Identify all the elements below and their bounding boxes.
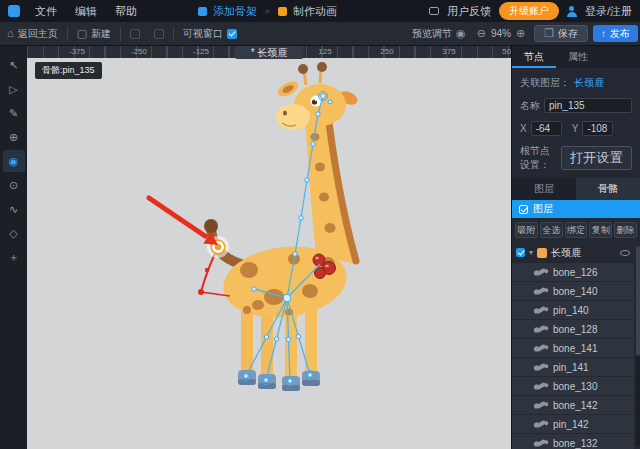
bone-label: bone_130 [553,381,598,392]
bone-label: bone_141 [553,343,598,354]
tree-item[interactable]: bone_128 [512,320,634,338]
redo-icon [154,29,164,39]
menubar: 文件 编辑 帮助 添加骨架 ＞ 制作动画 用户反馈 升级账户 登录/注册 [0,0,640,22]
visible-window-label: 可视窗口 [183,27,223,41]
layer-checkbox-icon[interactable] [519,205,528,214]
tree-item[interactable]: bone_141 [512,339,634,357]
tree-item[interactable]: bone_132 [512,434,634,449]
selected-layer-bar[interactable]: 图层 [512,200,640,218]
feedback-icon [429,7,439,15]
scrollbar[interactable] [636,246,640,446]
tree-item[interactable]: bone_126 [512,263,634,281]
visible-window-checkbox[interactable] [227,29,237,39]
zoom-value: 94% [491,28,511,39]
name-label: 名称 [520,99,540,113]
layer-panel-tabs: 图层 骨骼 [512,178,640,200]
pin-tool[interactable]: ⊙ [3,174,25,196]
scrollbar-thumb[interactable] [636,246,640,356]
tree-root-item[interactable]: ▾ 长颈鹿 [512,243,634,262]
bone-label: pin_141 [553,362,589,373]
tab-layers[interactable]: 图层 [512,178,576,200]
linked-layer-label: 关联图层： [520,76,570,90]
workflow-steps: 添加骨架 ＞ 制作动画 [198,0,337,22]
visibility-eye-icon[interactable] [620,250,630,256]
upgrade-account-button[interactable]: 升级账户 [499,2,559,20]
bone-actions: 吸附 全选 绑定 复制 删除 [512,218,640,242]
canvas-area[interactable]: -375 -250 -125 0 125 250 375 500 * 长颈鹿 骨… [27,46,511,449]
redo-button[interactable] [147,22,171,45]
step-add-skeleton[interactable]: 添加骨架 [213,4,257,19]
publish-label: 发布 [610,27,630,41]
undo-button[interactable] [123,22,147,45]
curve-tool[interactable]: ∿ [3,198,25,220]
step-separator: ＞ [263,5,272,18]
tree-item[interactable]: bone_130 [512,377,634,395]
ruler-label: 125 [318,47,331,56]
mesh-tool[interactable]: ◇ [3,222,25,244]
tab-node[interactable]: 节点 [512,46,556,68]
bone-icon [536,363,547,371]
publish-button[interactable]: ↑ 发布 [593,25,638,42]
zoom-out-button[interactable]: ⊖ [477,28,486,39]
bone-icon [536,268,547,276]
zoom-control: ⊖ 94% ⊕ [473,28,529,39]
menu-edit[interactable]: 编辑 [66,4,106,19]
save-label: 保存 [558,27,578,41]
skeleton-step-icon [198,7,207,16]
root-node-label: 根节点设置： [520,144,557,172]
tree-item[interactable]: bone_142 [512,396,634,414]
step-make-animation[interactable]: 制作动画 [293,4,337,19]
toolbar: ⌂ 返回主页 ▢ 新建 可视窗口 预览调节 ◉ ⊖ 94% ⊕ ❒ 保存 ↑ 发… [0,22,640,46]
delete-button[interactable]: 删除 [614,222,637,238]
bone-icon [536,325,547,333]
move-tool[interactable]: ＋ [3,246,25,268]
giraffe-illustration[interactable] [204,62,360,391]
document-tab[interactable]: * 长颈鹿 [235,46,304,59]
tab-properties[interactable]: 属性 [556,46,600,68]
menu-help[interactable]: 帮助 [106,4,146,19]
new-label: 新建 [91,27,111,41]
visible-window-toggle[interactable]: 可视窗口 [176,22,244,45]
save-button[interactable]: ❒ 保存 [534,25,588,42]
y-input[interactable]: -108 [582,121,613,136]
root-checkbox[interactable] [516,248,525,257]
bone-label: bone_140 [553,286,598,297]
preview-adjust-button[interactable]: 预览调节 ◉ [405,22,473,45]
tree-item[interactable]: bone_140 [512,282,634,300]
ruler-label: -125 [193,47,209,56]
new-button[interactable]: ▢ 新建 [70,22,118,45]
tree-item[interactable]: pin_140 [512,301,634,319]
root-item-label: 长颈鹿 [551,246,581,260]
tree-item[interactable]: pin_142 [512,415,634,433]
zoom-in-button[interactable]: ⊕ [516,28,525,39]
caret-down-icon[interactable]: ▾ [529,248,533,257]
bone-icon [536,306,547,314]
home-label: 返回主页 [18,27,58,41]
snap-button[interactable]: 吸附 [515,222,538,238]
select-tool[interactable]: ↖ [3,54,25,76]
tab-bones[interactable]: 骨骼 [576,178,640,200]
direct-select-tool[interactable]: ▷ [3,78,25,100]
home-button[interactable]: ⌂ 返回主页 [0,22,65,45]
new-document-icon: ▢ [77,28,87,39]
bind-button[interactable]: 绑定 [565,222,588,238]
tree-item[interactable]: pin_141 [512,358,634,376]
select-all-button[interactable]: 全选 [540,222,563,238]
ruler-label: 375 [442,47,455,56]
stage-artwork[interactable] [27,58,511,449]
bone-icon [536,439,547,447]
menu-file[interactable]: 文件 [26,4,66,19]
pen-tool[interactable]: ✎ [3,102,25,124]
x-input[interactable]: -64 [531,121,562,136]
open-settings-button[interactable]: 打开设置 [561,146,632,170]
preview-adjust-label: 预览调节 [412,27,452,41]
bone-label: pin_140 [553,305,589,316]
name-input[interactable]: pin_135 [544,98,632,113]
copy-button[interactable]: 复制 [589,222,612,238]
bone-tool[interactable]: ◉ [3,150,25,172]
feedback-link[interactable]: 用户反馈 [447,4,491,19]
bone-label: bone_128 [553,324,598,335]
add-node-tool[interactable]: ⊕ [3,126,25,148]
login-register-link[interactable]: 登录/注册 [585,4,632,19]
linked-layer-value[interactable]: 长颈鹿 [574,76,604,90]
